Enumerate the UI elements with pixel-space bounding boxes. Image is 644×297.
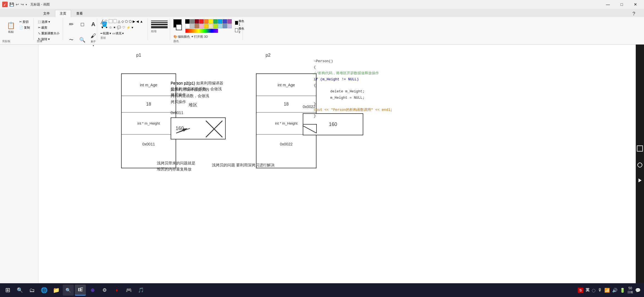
- network-icon[interactable]: 📶: [604, 288, 610, 293]
- diamond-button[interactable]: ♦: [111, 285, 122, 296]
- shape-diamond[interactable]: ◇: [121, 19, 124, 25]
- vs-button[interactable]: ⊕: [87, 285, 98, 296]
- minimize-button[interactable]: —: [602, 0, 614, 9]
- clock[interactable]: 50 日期: [627, 286, 633, 294]
- copy-button[interactable]: 📄复制: [18, 25, 31, 30]
- search-button[interactable]: 🔍: [14, 285, 25, 296]
- maximize-button[interactable]: □: [615, 0, 628, 9]
- shape-hexagon[interactable]: ⬡: [129, 19, 132, 25]
- battery-icon[interactable]: 🔋: [620, 288, 625, 293]
- color-swatch-18[interactable]: [223, 24, 227, 28]
- color-swatch-8[interactable]: [223, 19, 227, 24]
- task-view-button[interactable]: 🗂: [26, 285, 37, 296]
- shape-down-arrow[interactable]: ▼: [100, 25, 104, 30]
- color-swatch-3[interactable]: [199, 19, 204, 24]
- color-swatch-2[interactable]: [195, 19, 199, 24]
- speaker-icon[interactable]: 🔊: [612, 288, 618, 293]
- shape-rect[interactable]: [109, 19, 113, 23]
- play-icon[interactable]: [638, 178, 642, 182]
- select-button[interactable]: ⬚选择▾: [37, 19, 61, 24]
- color-swatch-5[interactable]: [209, 19, 213, 24]
- color-swatch-6[interactable]: [213, 19, 218, 24]
- thickness-3[interactable]: [151, 24, 168, 25]
- shapes-more[interactable]: ▾: [131, 25, 133, 30]
- thickness-2[interactable]: [151, 22, 168, 23]
- color-gradient[interactable]: [185, 29, 218, 33]
- search2-button[interactable]: 🔍: [63, 285, 74, 296]
- color2-label: 颜色 2: [235, 27, 245, 34]
- quick-access-dropdown[interactable]: ▾: [26, 3, 27, 6]
- text-tool[interactable]: A: [88, 19, 98, 29]
- color-swatch-16[interactable]: [213, 24, 218, 28]
- color-swatch-17[interactable]: [218, 24, 222, 28]
- square-icon[interactable]: [637, 145, 643, 152]
- tray-icon-1[interactable]: ◌: [592, 288, 596, 293]
- microphone-icon[interactable]: 🎙: [598, 288, 602, 293]
- color-swatch-11[interactable]: [190, 24, 194, 28]
- resize-button[interactable]: ⤡重新调整大小: [37, 31, 61, 36]
- shape-right-arrow[interactable]: ▶: [132, 19, 135, 25]
- ime-english-button[interactable]: 英: [586, 288, 590, 293]
- game-button[interactable]: 🎮: [123, 285, 134, 296]
- shape-curve[interactable]: ⌒: [104, 19, 108, 25]
- tab-file[interactable]: 文件: [39, 10, 54, 17]
- circle-icon[interactable]: [637, 163, 642, 167]
- curve-tool[interactable]: 〜: [66, 35, 76, 45]
- thickness-4[interactable]: [151, 26, 168, 28]
- ime-s-indicator[interactable]: S: [578, 288, 583, 293]
- p2-cell-age-value: 18: [256, 96, 316, 112]
- save-button[interactable]: 💾: [9, 2, 14, 7]
- te-indicator[interactable]: tE: [75, 285, 86, 296]
- shape-callout[interactable]: 💬: [117, 25, 121, 30]
- edge-button[interactable]: 🌐: [39, 285, 50, 296]
- explorer-button[interactable]: 📁: [51, 285, 62, 296]
- shape-pentagon[interactable]: ⬠: [125, 19, 128, 25]
- paste-button[interactable]: 📋 粘贴: [4, 19, 18, 36]
- brush-tool[interactable]: 🖌 刷子 ▾: [88, 30, 98, 50]
- pencil-tool[interactable]: ✏: [66, 19, 76, 29]
- color2-swatch[interactable]: [176, 24, 182, 30]
- fill-btn[interactable]: ▭填充▾: [112, 31, 124, 35]
- color-swatch-15[interactable]: [209, 24, 213, 28]
- color-swatch-12[interactable]: [195, 24, 199, 28]
- color-swatch-4[interactable]: [204, 19, 208, 24]
- notification-icon[interactable]: 💬: [635, 288, 641, 293]
- canvas-area[interactable]: p1 p2 int m_Age 18 int * m_Height 0x0011…: [39, 45, 636, 283]
- help-button[interactable]: ?: [632, 11, 635, 17]
- eraser-tool[interactable]: ◻: [77, 19, 87, 29]
- color-swatch-10[interactable]: [185, 24, 190, 28]
- shape-star[interactable]: ☆: [109, 25, 112, 30]
- shape-left-arrow[interactable]: ◀: [136, 19, 139, 25]
- heap-value-2: 160: [329, 122, 337, 127]
- gear-button[interactable]: ⚙: [99, 285, 110, 296]
- close-button[interactable]: ✕: [629, 0, 642, 9]
- redo-button[interactable]: ↪: [21, 2, 24, 7]
- start-button[interactable]: ⊞: [2, 285, 13, 296]
- color-swatch-9[interactable]: [227, 19, 232, 24]
- shape-4arrow[interactable]: ✦: [105, 25, 108, 30]
- magnify-tool[interactable]: 🔍: [77, 35, 87, 45]
- shape-triangle[interactable]: △: [118, 19, 121, 25]
- color-swatch-0[interactable]: [185, 19, 190, 24]
- shape-lightning[interactable]: ⚡: [126, 25, 131, 30]
- cut-button[interactable]: ✂剪切: [18, 19, 31, 24]
- color-swatch-1[interactable]: [190, 19, 194, 24]
- shape-heart[interactable]: ♡: [122, 25, 125, 30]
- color-swatch-13[interactable]: [199, 24, 204, 28]
- tab-view[interactable]: 查看: [72, 10, 88, 17]
- shape-star6[interactable]: ✶: [113, 25, 116, 30]
- thickness-1[interactable]: [151, 20, 168, 21]
- shape-line[interactable]: ╱: [100, 19, 103, 25]
- open-3d-button[interactable]: ✦打开图 3D: [191, 35, 208, 39]
- color-swatch-19[interactable]: [227, 24, 232, 28]
- color-swatch-14[interactable]: [204, 24, 208, 28]
- undo-button[interactable]: ↩: [16, 2, 19, 7]
- crop-button[interactable]: ✂裁剪: [37, 25, 61, 30]
- music-button[interactable]: 🎵: [135, 285, 146, 296]
- tab-home[interactable]: 主页: [55, 10, 71, 17]
- shape-roundrect[interactable]: [113, 19, 117, 23]
- edit-colors-button[interactable]: 🎨编辑颜色: [173, 35, 190, 39]
- shape-up-arrow[interactable]: ▲: [140, 19, 143, 25]
- outline-btn[interactable]: ━轮廓▾: [100, 31, 111, 35]
- color-swatch-7[interactable]: [218, 19, 222, 24]
